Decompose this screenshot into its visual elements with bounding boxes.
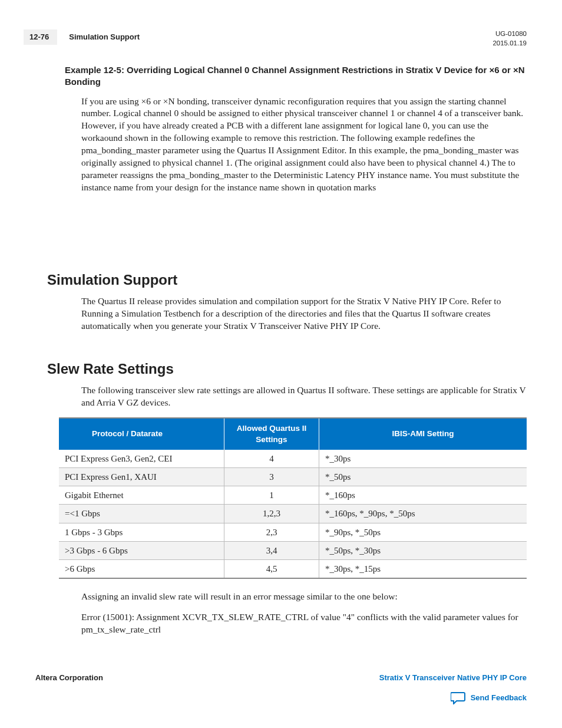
- doc-date: 2015.01.19: [492, 39, 527, 48]
- doc-id: UG-01080: [492, 29, 527, 39]
- cell-ibis: *_160ps, *_90ps, *_50ps: [319, 505, 527, 523]
- slew-after-1: Assigning an invalid slew rate will resu…: [81, 591, 527, 603]
- table-header-allowed: Allowed Quartus II Settings: [224, 418, 319, 449]
- cell-protocol: >3 Gbps - 6 Gbps: [59, 541, 224, 559]
- table-header-ibis: IBIS-AMI Setting: [319, 418, 527, 449]
- heading-slew-rate: Slew Rate Settings: [47, 360, 527, 378]
- example-body: If you are using ×6 or ×N bonding, trans…: [81, 95, 527, 194]
- cell-allowed: 1,2,3: [224, 505, 319, 523]
- feedback-label: Send Feedback: [471, 693, 527, 703]
- cell-protocol: PCI Express Gen3, Gen2, CEI: [59, 450, 224, 468]
- slew-rate-intro: The following transceiver slew rate sett…: [81, 384, 527, 409]
- heading-simulation-support: Simulation Support: [47, 271, 527, 289]
- cell-protocol: Gigabit Ethernet: [59, 486, 224, 505]
- table-row: >6 Gbps4,5*_30ps, *_15ps: [59, 560, 527, 579]
- slew-rate-table: Protocol / Datarate Allowed Quartus II S…: [59, 417, 527, 579]
- cell-allowed: 3,4: [224, 541, 319, 559]
- feedback-icon: [451, 691, 466, 704]
- cell-ibis: *_160ps: [319, 486, 527, 505]
- slew-after-2: Error (15001): Assignment XCVR_TX_SLEW_R…: [81, 611, 527, 636]
- example-title: Example 12-5: Overriding Logical Channel…: [65, 64, 527, 88]
- table-row: PCI Express Gen1, XAUI3*_50ps: [59, 467, 527, 486]
- cell-ibis: *_90ps, *_50ps: [319, 523, 527, 541]
- table-row: Gigabit Ethernet1*_160ps: [59, 486, 527, 505]
- cell-ibis: *_30ps: [319, 450, 527, 468]
- running-head-title: Simulation Support: [69, 32, 140, 42]
- cell-allowed: 2,3: [224, 523, 319, 541]
- cell-allowed: 4: [224, 450, 319, 468]
- cell-protocol: >6 Gbps: [59, 560, 224, 579]
- cell-allowed: 4,5: [224, 560, 319, 579]
- cell-ibis: *_50ps, *_30ps: [319, 541, 527, 559]
- page-number-tab: 12-76: [24, 29, 57, 45]
- cell-allowed: 1: [224, 486, 319, 505]
- send-feedback-link[interactable]: Send Feedback: [35, 691, 527, 704]
- cell-ibis: *_30ps, *_15ps: [319, 560, 527, 579]
- simulation-support-body: The Quartus II release provides simulati…: [81, 295, 527, 332]
- page-header: 12-76 Simulation Support UG-01080 2015.0…: [35, 29, 527, 48]
- page-content: Example 12-5: Overriding Logical Channel…: [35, 64, 527, 656]
- cell-protocol: 1 Gbps - 3 Gbps: [59, 523, 224, 541]
- cell-protocol: =<1 Gbps: [59, 505, 224, 523]
- table-header-protocol: Protocol / Datarate: [59, 418, 224, 449]
- page-footer: Altera Corporation Stratix V Transceiver…: [35, 673, 527, 683]
- cell-protocol: PCI Express Gen1, XAUI: [59, 467, 224, 486]
- header-left: 12-76 Simulation Support: [35, 29, 140, 45]
- table-row: PCI Express Gen3, Gen2, CEI4*_30ps: [59, 450, 527, 468]
- cell-allowed: 3: [224, 467, 319, 486]
- footer-left: Altera Corporation: [35, 673, 103, 683]
- footer-right[interactable]: Stratix V Transceiver Native PHY IP Core: [379, 673, 527, 683]
- table-row: =<1 Gbps1,2,3*_160ps, *_90ps, *_50ps: [59, 505, 527, 523]
- table-row: 1 Gbps - 3 Gbps2,3*_90ps, *_50ps: [59, 523, 527, 541]
- header-right: UG-01080 2015.01.19: [492, 29, 527, 48]
- table-row: >3 Gbps - 6 Gbps3,4*_50ps, *_30ps: [59, 541, 527, 559]
- cell-ibis: *_50ps: [319, 467, 527, 486]
